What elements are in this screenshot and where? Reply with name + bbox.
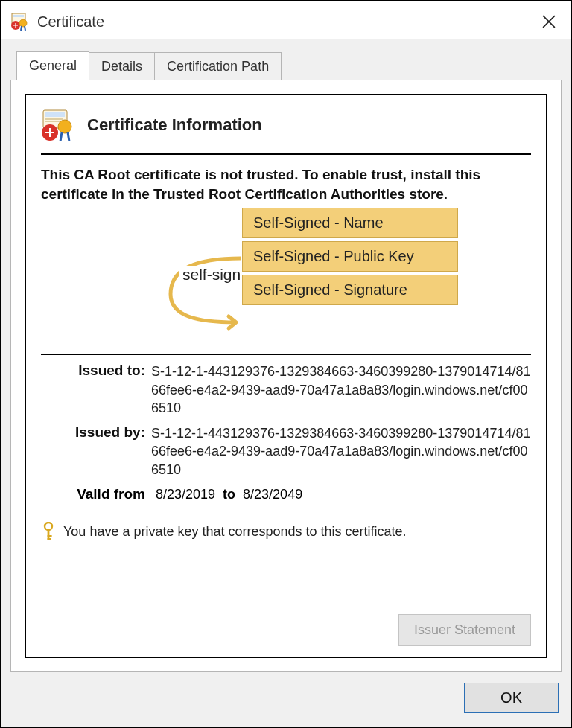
private-key-row: You have a private key that corresponds … <box>41 522 531 541</box>
valid-from-label: Valid from <box>41 486 151 502</box>
tab-details[interactable]: Details <box>89 52 155 80</box>
self-signed-name-box: Self-Signed - Name <box>242 208 458 238</box>
key-icon <box>41 522 56 541</box>
trust-warning-text: This CA Root certificate is not trusted.… <box>41 165 531 203</box>
tabstrip: General Details Certification Path <box>16 51 562 80</box>
issued-by-label: Issued by: <box>41 424 151 441</box>
issued-to-value: S-1-12-1-443129376-1329384663-3460399280… <box>151 363 531 417</box>
self-signed-publickey-box: Self-Signed - Public Key <box>242 241 458 272</box>
certificate-info-header: Certificate Information <box>41 109 531 149</box>
issued-to-row: Issued to: S-1-12-1-443129376-1329384663… <box>41 363 531 417</box>
annotation-overlay: self-sign Self-Signed - Name Self-Signed… <box>41 208 531 349</box>
titlebar: Certificate <box>1 1 571 39</box>
svg-point-3 <box>19 19 27 27</box>
dialog-body: General Details Certification Path <box>1 39 571 727</box>
self-signed-boxes: Self-Signed - Name Self-Signed - Public … <box>242 208 458 305</box>
certificate-title-icon <box>10 13 31 31</box>
svg-point-12 <box>45 523 52 530</box>
self-sign-arrow-icon <box>160 249 250 331</box>
certificate-info-heading: Certificate Information <box>87 115 262 135</box>
svg-rect-14 <box>48 535 52 537</box>
svg-point-11 <box>58 120 72 133</box>
valid-from-value: 8/23/2019 <box>151 487 220 502</box>
valid-from-row: Valid from 8/23/2019 to 8/23/2049 <box>41 486 531 502</box>
dialog-button-row: OK <box>10 672 562 718</box>
certificate-badge-icon <box>41 109 77 141</box>
issued-to-label: Issued to: <box>41 363 151 379</box>
ok-button[interactable]: OK <box>464 683 559 713</box>
self-sign-label: self-sign <box>179 266 244 284</box>
tab-general[interactable]: General <box>16 51 89 80</box>
valid-to-value: 8/23/2049 <box>238 487 307 502</box>
self-signed-signature-box: Self-Signed - Signature <box>242 275 458 305</box>
tab-panel-general: Certificate Information This CA Root cer… <box>10 80 562 672</box>
issuer-statement-button: Issuer Statement <box>398 614 531 646</box>
issued-by-value: S-1-12-1-443129376-1329384663-3460399280… <box>151 424 531 479</box>
valid-to-label: to <box>220 487 238 502</box>
divider <box>41 354 531 355</box>
certificate-dialog: Certificate General Details Certificatio… <box>0 0 572 728</box>
divider <box>41 153 531 155</box>
issuer-statement-row: Issuer Statement <box>41 614 531 646</box>
svg-rect-1 <box>13 15 24 17</box>
svg-rect-13 <box>48 529 50 540</box>
close-button[interactable] <box>536 12 562 31</box>
window-title: Certificate <box>37 13 104 31</box>
issued-by-row: Issued by: S-1-12-1-443129376-1329384663… <box>41 424 531 479</box>
private-key-note: You have a private key that corresponds … <box>63 524 407 540</box>
tab-certification-path[interactable]: Certification Path <box>154 52 282 80</box>
titlebar-left: Certificate <box>10 13 104 31</box>
svg-rect-15 <box>48 538 51 540</box>
svg-rect-7 <box>45 112 65 117</box>
certificate-info-panel: Certificate Information This CA Root cer… <box>25 94 547 658</box>
